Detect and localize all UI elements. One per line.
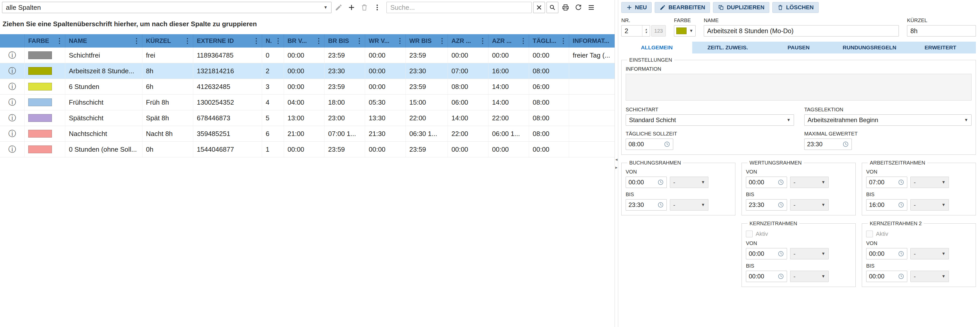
column-header-externe-id[interactable]: EXTERNE ID⋮ (193, 34, 262, 48)
column-header-br-von[interactable]: BR V...⋮ (284, 34, 325, 48)
info-icon[interactable]: ⓘ (8, 129, 16, 139)
column-menu-icon[interactable]: ⋮ (560, 37, 567, 45)
cell-taeglich: 00:00 (529, 48, 569, 63)
cell-externe-id: 1300254352 (193, 95, 262, 110)
column-header-name[interactable]: NAME⋮ (65, 34, 142, 48)
maximal-time-input[interactable]: 23:30 (804, 139, 852, 150)
arbeitszeit-von-time-input[interactable]: 07:00 (866, 177, 907, 188)
sollzeit-time-input[interactable]: 08:00 (626, 139, 673, 150)
pane-splitter[interactable]: ◂ ▸ (615, 0, 618, 327)
tab-rundungsregeln[interactable]: RUNDUNGSREGELN (834, 41, 905, 53)
aktiv-checkbox[interactable] (746, 231, 752, 237)
buchung-von-time-input[interactable]: 00:00 (626, 177, 667, 188)
tagselektion-select[interactable]: Arbeitszeitrahmen Beginn ▼ (804, 115, 972, 126)
numbering-button[interactable]: 123 (651, 25, 666, 37)
column-header-taeglich[interactable]: TÄGLI...⋮ (529, 34, 569, 48)
edit-button[interactable]: BEARBEITEN (655, 2, 710, 13)
color-dropdown[interactable]: ▼ (674, 25, 695, 37)
info-icon[interactable]: ⓘ (8, 81, 16, 92)
aktiv-checkbox[interactable] (866, 231, 873, 237)
column-menu-icon[interactable]: ⋮ (439, 37, 445, 45)
spinner-arrows-icon[interactable]: ▴▾ (642, 26, 650, 36)
name-field[interactable] (704, 25, 899, 37)
search-input[interactable] (387, 2, 531, 13)
clock-icon (898, 201, 904, 208)
column-header-br-bis[interactable]: BR BIS⋮ (325, 34, 365, 48)
table-row[interactable]: ⓘ Spätschicht Spät 8h 678446873 5 13:00 … (0, 110, 615, 126)
schichtart-select[interactable]: Standard Schicht ▼ (626, 115, 794, 126)
nr-stepper[interactable]: 2 ▴▾ (621, 25, 650, 37)
info-icon[interactable]: ⓘ (8, 66, 16, 77)
column-header-n[interactable]: N.⋮ (262, 34, 284, 48)
kern2-von-time-input[interactable]: 00:00 (866, 248, 907, 259)
information-textarea[interactable] (626, 74, 972, 100)
column-menu-icon[interactable]: ⋮ (479, 37, 486, 45)
refresh-button[interactable] (573, 2, 584, 13)
printer-icon (562, 3, 570, 11)
column-menu-icon[interactable]: ⋮ (253, 37, 260, 45)
column-header-farbe[interactable]: FARBE⋮ (25, 34, 65, 48)
table-row[interactable]: ⓘ Schichtfrei frei 1189364785 0 00:00 23… (0, 48, 615, 63)
delete-button[interactable]: LÖSCHEN (772, 2, 819, 13)
column-header-wr-von[interactable]: WR V...⋮ (365, 34, 406, 48)
kern-von-time-input[interactable]: 00:00 (746, 248, 787, 259)
column-header-wr-bis[interactable]: WR BIS⋮ (406, 34, 448, 48)
collapse-right-icon[interactable]: ▸ (616, 165, 618, 170)
new-button[interactable]: NEU (621, 2, 652, 13)
cell-taeglich: 06:00 (529, 79, 569, 94)
add-button[interactable] (346, 2, 357, 13)
cell-br-von: 00:00 (284, 63, 325, 79)
column-header-kuerzel[interactable]: KÜRZEL⋮ (142, 34, 193, 48)
tab-zeitl-zuweis[interactable]: ZEITL. ZUWEIS. (692, 41, 763, 53)
cell-kuerzel: frei (142, 48, 193, 63)
column-header-azr-bis[interactable]: AZR ...⋮ (488, 34, 529, 48)
table-row[interactable]: ⓘ 0 Stunden (ohne Soll... 0h 1544046877 … (0, 142, 615, 157)
more-options-button[interactable] (372, 2, 383, 13)
chevron-down-icon: ▼ (964, 118, 968, 122)
info-icon[interactable]: ⓘ (8, 50, 16, 61)
column-header-information[interactable]: INFORMAT... (569, 34, 615, 48)
tab-erweitert[interactable]: ERWEITERT (905, 41, 976, 53)
column-menu-icon[interactable]: ⋮ (356, 37, 363, 45)
einstellungen-legend: EINSTELLUNGEN (627, 57, 674, 63)
wertung-von-time-input[interactable]: 00:00 (746, 177, 787, 188)
column-menu-icon[interactable]: ⋮ (133, 37, 140, 45)
tab-allgemein[interactable]: ALLGEMEIN (621, 41, 692, 53)
wertung-bis-time-input[interactable]: 23:30 (746, 199, 787, 211)
menu-button[interactable] (585, 2, 597, 13)
kern-bis-time-input[interactable]: 00:00 (746, 271, 787, 282)
cell-externe-id: 678446873 (193, 110, 262, 126)
tab-pausen[interactable]: PAUSEN (763, 41, 834, 53)
column-menu-icon[interactable]: ⋮ (396, 37, 403, 45)
kuerzel-field[interactable] (907, 25, 976, 37)
cell-name: Frühschicht (65, 95, 142, 110)
cell-n: 5 (262, 110, 284, 126)
cell-n: 4 (262, 95, 284, 110)
column-menu-icon[interactable]: ⋮ (520, 37, 527, 45)
table-row[interactable]: ⓘ Nachtschicht Nacht 8h 359485251 6 21:0… (0, 126, 615, 142)
column-menu-icon[interactable]: ⋮ (275, 37, 282, 45)
edit-button[interactable] (333, 2, 344, 13)
info-icon[interactable]: ⓘ (8, 113, 16, 123)
arbeitszeit-bis-time-input[interactable]: 16:00 (866, 199, 907, 211)
kern2-bis-time-input[interactable]: 00:00 (866, 271, 907, 282)
column-header-azr-von[interactable]: AZR ...⋮ (448, 34, 488, 48)
clear-search-button[interactable] (533, 2, 545, 13)
buchung-bis-time-input[interactable]: 23:30 (626, 199, 667, 211)
delete-button[interactable] (359, 2, 370, 13)
table-row[interactable]: ⓘ Arbeitszeit 8 Stunde... 8h 1321814216 … (0, 63, 615, 79)
duplicate-button[interactable]: DUPLIZIEREN (713, 2, 769, 13)
table-row[interactable]: ⓘ 6 Stunden 6h 412632485 3 00:00 23:59 0… (0, 79, 615, 95)
column-menu-icon[interactable]: ⋮ (184, 37, 191, 45)
column-menu-icon[interactable]: ⋮ (56, 37, 63, 45)
column-menu-icon[interactable]: ⋮ (315, 37, 322, 45)
table-row[interactable]: ⓘ Frühschicht Früh 8h 1300254352 4 04:00… (0, 95, 615, 110)
collapse-left-icon[interactable]: ◂ (616, 157, 618, 162)
print-button[interactable] (560, 2, 571, 13)
columns-dropdown[interactable]: alle Spalten ▼ (2, 2, 331, 13)
info-icon[interactable]: ⓘ (8, 144, 16, 155)
info-icon[interactable]: ⓘ (8, 97, 16, 108)
nr-group: NR. 2 ▴▾ 123 (621, 18, 666, 37)
search-button[interactable] (547, 2, 558, 13)
cell-azr-von: 00:00 (448, 48, 488, 63)
